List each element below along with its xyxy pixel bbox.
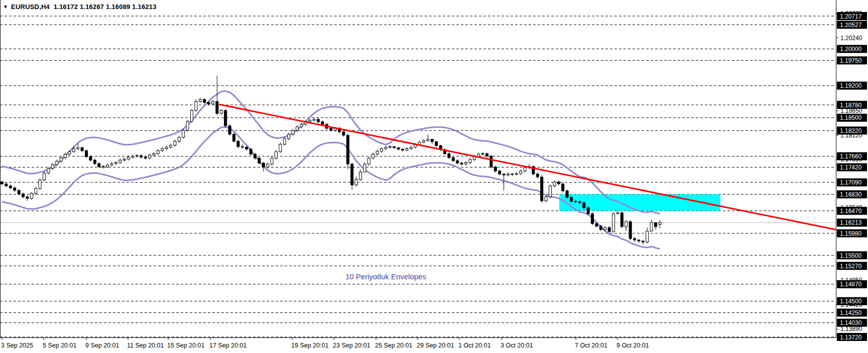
price-level-label: 1.19750	[840, 57, 862, 64]
time-axis-label: 15 Sep 20:01	[167, 342, 204, 349]
price-axis-tick-label: 1.20240	[840, 35, 862, 42]
candle	[85, 149, 88, 158]
price-level-label: 1.20717	[840, 13, 862, 20]
price-level-label: 1.15980	[840, 230, 862, 237]
candle	[275, 150, 278, 160]
time-axis-label: 29 Sep 20:01	[417, 342, 454, 349]
time-axis-label: 9 Oct 20:01	[616, 342, 649, 349]
time-axis-label: 23 Sep 20:01	[333, 342, 370, 349]
trading-chart-window: 1.207701.202401.186501.181201.175901.165…	[0, 0, 868, 353]
ohlc-low: 1.16089	[106, 3, 130, 11]
collapse-ohlc-icon[interactable]: ▼	[3, 4, 8, 10]
candle	[43, 171, 46, 182]
time-axis-label: 5 Sep 20:01	[43, 342, 76, 349]
ohlc-high: 1.16267	[80, 3, 104, 11]
candle	[532, 165, 535, 175]
time-axis-label: 1 Oct 20:01	[458, 342, 491, 349]
candle	[191, 109, 193, 123]
price-level-label: 1.16470	[840, 208, 862, 215]
price-level-label: 1.14250	[840, 309, 862, 316]
candle	[621, 211, 623, 228]
candle	[587, 206, 589, 215]
candle	[629, 220, 632, 241]
price-level-label: 1.16213	[840, 219, 862, 226]
candle	[346, 134, 349, 169]
price-level-label: 1.19200	[840, 82, 862, 89]
candle	[186, 120, 189, 132]
price-level-label: 1.14870	[840, 281, 862, 288]
time-axis-label: 19 Sep 20:01	[291, 342, 328, 349]
price-level-label: 1.20527	[840, 22, 862, 29]
candle	[233, 133, 235, 143]
time-axis-label: 9 Sep 20:01	[85, 342, 119, 349]
candle	[549, 185, 552, 199]
price-level-label: 1.17660	[840, 153, 862, 160]
candle	[279, 143, 282, 153]
ohlc-close: 1.16213	[132, 3, 156, 11]
chart-canvas[interactable]: 1.207701.202401.186501.181201.175901.165…	[0, 0, 868, 353]
price-level-label: 1.18780	[840, 102, 862, 109]
envelopes-annotation-label[interactable]: 10 Periyotluk Envelopes	[345, 272, 426, 281]
price-level-label: 1.15270	[840, 263, 862, 270]
time-axis-label: 17 Sep 20:01	[209, 342, 246, 349]
price-level-label: 1.18220	[840, 127, 862, 134]
candle	[490, 154, 492, 168]
candle	[283, 137, 286, 146]
price-level-label: 1.14500	[840, 298, 862, 305]
symbol-timeframe: EURUSD,H4	[11, 3, 50, 11]
time-axis-label: 3 Sep 2025	[1, 342, 33, 349]
time-axis-label: 7 Oct 20:01	[575, 342, 607, 349]
price-level-label: 1.17090	[840, 179, 862, 186]
price-level-label: 1.18500	[840, 114, 862, 121]
chart-background	[0, 0, 868, 353]
price-level-label: 1.15500	[840, 252, 862, 259]
ohlc-open: 1.16172	[54, 3, 78, 11]
candle	[224, 109, 227, 127]
candle	[182, 129, 185, 139]
candle	[363, 162, 366, 172]
candle	[271, 156, 273, 165]
price-level-label: 1.14030	[840, 319, 862, 326]
price-level-label: 1.16830	[840, 191, 862, 198]
candle	[237, 140, 239, 148]
candle	[591, 212, 594, 225]
candle	[228, 124, 231, 136]
candle	[541, 175, 543, 203]
time-axis-label: 3 Oct 20:01	[501, 342, 533, 349]
chart-title: ▼EURUSD,H4 1.16172 1.16267 1.16089 1.162…	[3, 3, 157, 11]
time-axis-label: 11 Sep 20:01	[127, 342, 164, 349]
price-level-label: 1.13720	[840, 334, 862, 341]
time-axis-label: 25 Sep 20:01	[375, 342, 412, 349]
candle	[612, 212, 615, 233]
candle	[566, 190, 568, 199]
candle	[39, 179, 41, 190]
candle	[367, 156, 370, 165]
price-level-label: 1.17420	[840, 164, 862, 171]
price-level-label: 1.20000	[840, 46, 862, 53]
candle	[562, 183, 564, 193]
